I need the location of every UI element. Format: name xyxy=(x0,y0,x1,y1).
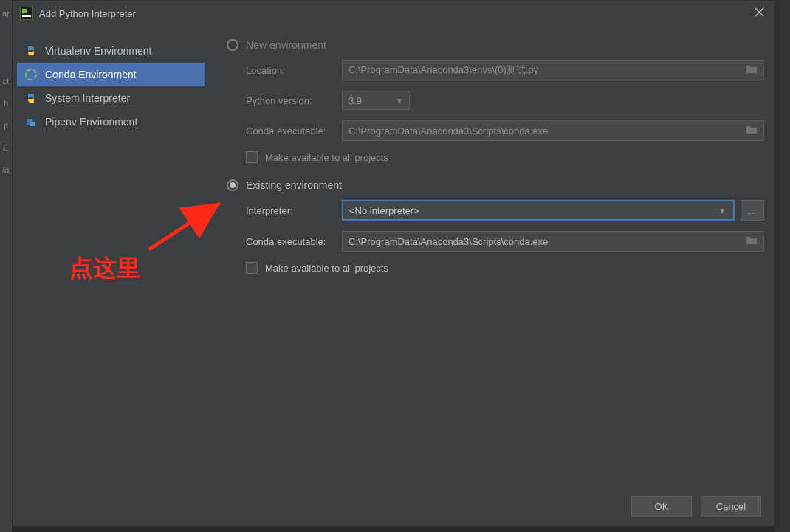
sidebar-item-label: Virtualenv Environment xyxy=(45,45,151,57)
location-field: Location: C:\ProgramData\Anaconda3\envs\… xyxy=(246,60,764,80)
cancel-button[interactable]: Cancel xyxy=(701,496,761,517)
add-interpreter-dialog: Add Python Interpreter Virtualenv Enviro… xyxy=(12,0,775,527)
existing-environment-radio-row[interactable]: Existing environment xyxy=(227,179,764,191)
python-icon xyxy=(24,44,38,58)
folder-icon[interactable] xyxy=(746,235,758,247)
conda-exec-label: Conda executable: xyxy=(246,236,342,247)
sidebar-item-system[interactable]: System Interpreter xyxy=(17,86,205,110)
conda-icon xyxy=(24,68,38,81)
radio-selected-icon xyxy=(227,179,238,191)
dialog-button-bar: OK Cancel xyxy=(13,486,774,526)
make-available-label: Make available to all projects xyxy=(265,152,388,163)
conda-exec-label: Conda executable: xyxy=(246,125,342,137)
folder-icon[interactable] xyxy=(746,64,758,76)
pycharm-app-icon xyxy=(20,7,33,20)
sidebar-item-pipenv[interactable]: Pipenv Environment xyxy=(17,110,205,134)
new-conda-exec-field: Conda executable: C:\ProgramData\Anacond… xyxy=(246,120,764,141)
location-label: Location: xyxy=(246,65,342,76)
chevron-down-icon: ▼ xyxy=(396,97,403,105)
python-version-field: Python version: 3.9 ▼ xyxy=(246,91,764,110)
sidebar-item-virtualenv[interactable]: Virtualenv Environment xyxy=(17,39,205,63)
python-icon xyxy=(24,91,38,105)
titlebar: Add Python Interpreter xyxy=(13,1,774,26)
python-version-label: Python version: xyxy=(246,95,342,106)
chevron-down-icon: ▼ xyxy=(718,207,726,215)
pipenv-icon xyxy=(24,115,38,128)
interpreter-combo[interactable]: <No interpreter> ▼ xyxy=(342,200,735,221)
sidebar-item-label: Pipenv Environment xyxy=(45,116,137,128)
radio-unselected-icon xyxy=(227,39,238,51)
sidebar-item-conda[interactable]: Conda Environment xyxy=(17,63,205,86)
editor-gutter-fragments: ar ct h jt E la xyxy=(0,0,12,532)
new-conda-exec-input[interactable]: C:\ProgramData\Anaconda3\Scripts\conda.e… xyxy=(342,120,764,141)
existing-conda-exec-field: Conda executable: C:\ProgramData\Anacond… xyxy=(246,231,764,252)
svg-point-5 xyxy=(26,69,36,80)
checkbox-unchecked-icon xyxy=(246,151,258,163)
existing-make-available-row[interactable]: Make available to all projects xyxy=(246,262,764,274)
browse-interpreter-button[interactable]: ... xyxy=(741,200,764,221)
new-make-available-row[interactable]: Make available to all projects xyxy=(246,151,764,163)
editor-right-strip xyxy=(775,0,790,532)
interpreter-settings-panel: New environment Location: C:\ProgramData… xyxy=(205,26,774,486)
close-icon[interactable] xyxy=(752,4,767,23)
python-version-select[interactable]: 3.9 ▼ xyxy=(342,91,410,110)
folder-icon[interactable] xyxy=(746,125,758,137)
new-environment-radio-row[interactable]: New environment xyxy=(227,39,764,51)
sidebar-item-label: Conda Environment xyxy=(45,69,137,80)
dialog-title: Add Python Interpreter xyxy=(39,8,136,19)
checkbox-unchecked-icon xyxy=(246,262,258,274)
existing-environment-label: Existing environment xyxy=(246,179,342,191)
sidebar-item-label: System Interpreter xyxy=(45,92,130,104)
interpreter-type-sidebar: Virtualenv Environment Conda Environment… xyxy=(13,26,205,486)
svg-rect-2 xyxy=(22,15,31,17)
svg-rect-1 xyxy=(22,9,27,13)
ok-button[interactable]: OK xyxy=(631,496,692,517)
make-available-label: Make available to all projects xyxy=(265,263,388,274)
existing-conda-exec-input[interactable]: C:\ProgramData\Anaconda3\Scripts\conda.e… xyxy=(342,231,764,252)
interpreter-label: Interpreter: xyxy=(246,205,342,216)
new-environment-label: New environment xyxy=(246,39,326,51)
location-input[interactable]: C:\ProgramData\Anaconda3\envs\(0)测试.py xyxy=(342,60,764,80)
interpreter-field: Interpreter: <No interpreter> ▼ ... xyxy=(246,200,764,221)
